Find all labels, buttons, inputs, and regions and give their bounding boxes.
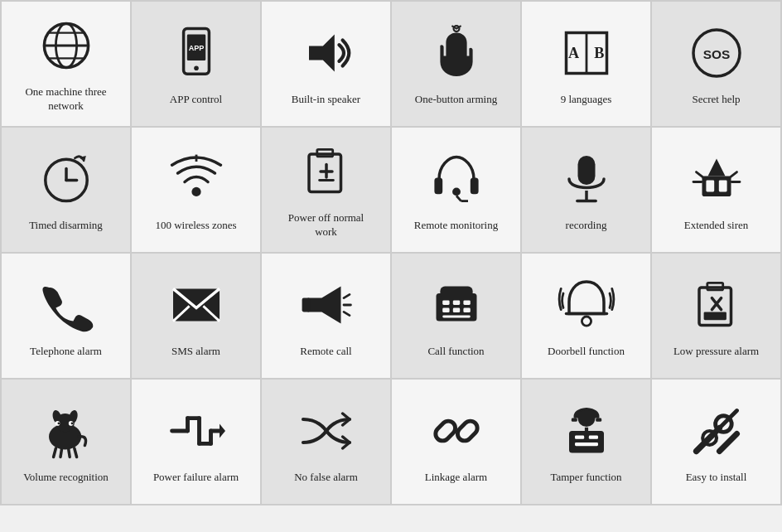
remote-monitoring-label: Remote monitoring — [414, 219, 498, 233]
wireless-icon — [163, 146, 229, 212]
svg-rect-88 — [571, 418, 577, 421]
svg-rect-93 — [575, 443, 598, 446]
headset-icon — [423, 146, 490, 212]
globe-icon — [33, 12, 99, 79]
svg-line-48 — [344, 312, 350, 315]
cell-linkage: Linkage alarm — [392, 380, 520, 504]
svg-point-71 — [57, 422, 60, 424]
svg-point-59 — [582, 317, 591, 326]
cell-recording: recording — [522, 128, 650, 252]
worker-icon — [553, 398, 620, 464]
no-false-label: No false alarm — [294, 471, 358, 485]
svg-rect-27 — [470, 177, 478, 194]
cell-app-control: APP APP control — [132, 2, 260, 126]
tamper-label: Tamper function — [550, 471, 621, 485]
clock-icon — [33, 146, 99, 212]
volume-label: Volume recognition — [23, 471, 109, 485]
svg-rect-50 — [440, 286, 472, 297]
svg-rect-62 — [703, 312, 726, 320]
sos-icon: SOS — [683, 20, 750, 86]
svg-point-72 — [70, 422, 73, 424]
telephone-label: Telephone alarm — [30, 345, 102, 359]
svg-rect-35 — [706, 180, 714, 191]
extended-siren-label: Extended siren — [684, 219, 749, 233]
app-control-label: APP control — [170, 93, 222, 107]
svg-rect-52 — [452, 300, 459, 305]
svg-point-19 — [191, 186, 200, 196]
speaker-label: Built-in speaker — [292, 93, 360, 107]
cell-sms: SMS alarm — [132, 254, 260, 378]
svg-rect-85 — [432, 418, 458, 443]
svg-rect-54 — [442, 307, 449, 312]
call-function-label: Call function — [427, 345, 484, 359]
power-failure-label: Power failure alarm — [153, 471, 239, 485]
microphone-icon — [553, 146, 620, 212]
svg-rect-86 — [454, 418, 480, 443]
cell-power-off: Power off normal work — [262, 128, 390, 252]
power-off-label: Power off normal work — [277, 211, 376, 239]
cell-languages: A B 9 languages — [522, 2, 650, 126]
cell-remote-call: Remote call — [262, 254, 390, 378]
easy-install-label: Easy to install — [686, 471, 747, 485]
one-button-label: One-button arming — [415, 93, 497, 107]
svg-rect-56 — [463, 307, 470, 312]
cell-timed-disarming: Timed disarming — [2, 128, 130, 252]
book-ab-icon: A B — [553, 20, 620, 86]
one-machine-label: One machine three network — [17, 85, 116, 114]
svg-rect-89 — [596, 418, 601, 421]
svg-line-38 — [729, 172, 736, 177]
svg-point-8 — [194, 65, 199, 70]
phone-icon: APP — [163, 20, 229, 86]
tools-icon — [683, 398, 750, 464]
doorbell-icon — [553, 272, 620, 338]
svg-marker-44 — [307, 286, 340, 323]
desk-phone-icon — [423, 272, 490, 338]
cell-one-button: One-button arming — [392, 2, 520, 126]
svg-line-46 — [344, 294, 350, 297]
low-pressure-label: Low pressure alarm — [673, 345, 759, 359]
feature-grid: One machine three network APP APP contro… — [0, 0, 782, 505]
svg-rect-92 — [588, 435, 597, 438]
linkage-label: Linkage alarm — [425, 471, 487, 485]
svg-text:A: A — [568, 44, 579, 60]
cell-speaker: Built-in speaker — [262, 2, 390, 126]
svg-text:B: B — [594, 44, 604, 60]
cell-doorbell: Doorbell function — [522, 254, 650, 378]
cell-power-failure: Power failure alarm — [132, 380, 260, 504]
telephone-icon — [33, 272, 99, 338]
svg-marker-84 — [220, 423, 225, 438]
sms-label: SMS alarm — [171, 345, 220, 359]
timed-disarming-label: Timed disarming — [29, 219, 103, 233]
svg-text:APP: APP — [188, 44, 204, 52]
finger-touch-icon — [423, 20, 490, 86]
svg-rect-57 — [442, 315, 471, 317]
svg-rect-31 — [577, 156, 595, 185]
sms-icon — [163, 272, 229, 338]
cell-tamper: Tamper function — [522, 380, 650, 504]
remote-call-label: Remote call — [300, 345, 351, 359]
cell-one-machine: One machine three network — [2, 2, 130, 126]
svg-line-29 — [456, 196, 461, 201]
svg-rect-53 — [463, 300, 470, 305]
svg-rect-51 — [442, 300, 449, 305]
svg-rect-36 — [718, 180, 726, 191]
svg-line-73 — [53, 448, 56, 457]
cell-remote-monitoring: Remote monitoring — [392, 128, 520, 252]
speaker-icon — [293, 20, 360, 86]
cell-wireless: 100 wireless zones — [132, 128, 260, 252]
languages-label: 9 languages — [561, 93, 612, 107]
svg-line-74 — [60, 449, 61, 457]
cell-no-false: No false alarm — [262, 380, 390, 504]
svg-rect-90 — [569, 431, 604, 453]
power-failure-icon — [163, 398, 229, 464]
siren-icon — [683, 146, 750, 212]
cell-extended-siren: Extended siren — [652, 128, 780, 252]
svg-line-37 — [696, 172, 703, 177]
cell-low-pressure: Low pressure alarm — [652, 254, 780, 378]
svg-rect-91 — [575, 435, 584, 438]
cell-volume: Volume recognition — [2, 380, 130, 504]
sos-label: Secret help — [692, 93, 740, 107]
recording-label: recording — [566, 219, 607, 233]
svg-line-75 — [68, 449, 69, 457]
svg-point-28 — [452, 187, 461, 196]
